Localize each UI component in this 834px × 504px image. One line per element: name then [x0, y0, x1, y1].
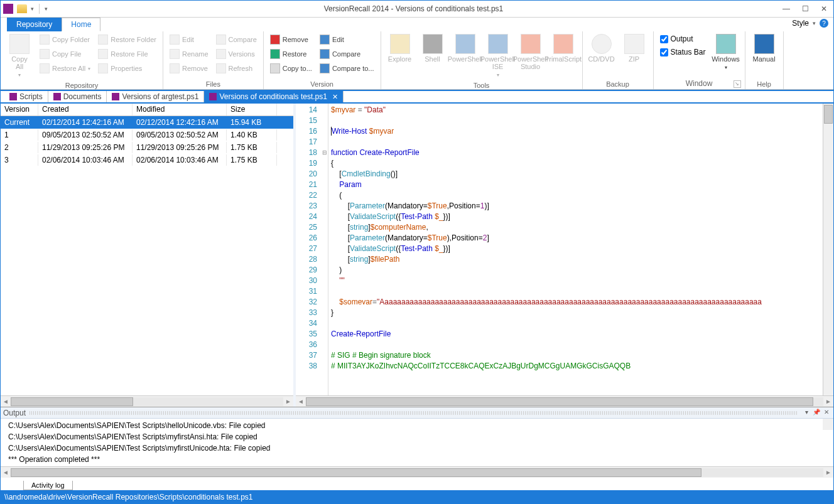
group-repository-label: Repository	[4, 80, 159, 90]
qat-dropdown-icon[interactable]: ▾	[31, 6, 34, 12]
close-tab-icon[interactable]: ✕	[332, 93, 338, 101]
col-modified[interactable]: Modified	[133, 104, 227, 115]
copy-file-button[interactable]: Copy File	[37, 47, 93, 61]
scroll-left-icon[interactable]: ◄	[1, 398, 11, 405]
group-window-label: Window	[686, 79, 713, 88]
status-path: \\andromeda\drive\VersionRecall Reposito…	[4, 493, 253, 501]
versions-pane: Version Created Modified Size Current02/…	[1, 104, 296, 407]
powershell-ise-button[interactable]: PowerShellISE▾	[483, 33, 513, 80]
doc-tab[interactable]: Scripts	[4, 91, 48, 102]
version-row[interactable]: 302/06/2014 10:03:46 AM02/06/2014 10:03:…	[1, 154, 293, 166]
group-files-label: Files	[167, 79, 259, 89]
output-line: C:\Users\Alex\Documents\SAPIEN\Test Scri…	[8, 432, 826, 444]
output-panel: Output ▾ 📌 ✕ C:\Users\Alex\Documents\SAP…	[1, 407, 833, 490]
copy-folder-button[interactable]: Copy Folder	[37, 33, 93, 46]
document-tabstrip: ScriptsDocumentsVersions of argtest.ps1V…	[1, 90, 833, 104]
code-editor[interactable]: 1415161718192021222324252627282930313233…	[296, 104, 833, 395]
doc-tab-label: Scripts	[19, 92, 43, 101]
version-edit-button[interactable]: Edit	[317, 33, 377, 46]
version-restore-button[interactable]: Restore	[268, 47, 315, 61]
output-checkbox[interactable]: Output	[658, 33, 708, 45]
files-remove-button[interactable]: Remove	[167, 62, 211, 75]
scroll-left-icon[interactable]: ◄	[1, 469, 11, 476]
window-title: VersionRecall 2014 - Versions of conditi…	[50, 4, 777, 13]
version-row[interactable]: Current02/12/2014 12:42:16 AM02/12/2014 …	[1, 116, 293, 129]
col-created[interactable]: Created	[38, 104, 133, 115]
help-icon[interactable]: ?	[820, 19, 828, 28]
doc-tab-label: Documents	[63, 92, 102, 101]
output-close-icon[interactable]: ✕	[822, 409, 831, 417]
explore-button[interactable]: Explore	[385, 33, 415, 64]
qat-customize-icon[interactable]: ▾	[45, 6, 48, 12]
version-remove-button[interactable]: Remove	[268, 33, 315, 46]
title-bar: ▾ ▾ VersionRecall 2014 - Versions of con…	[1, 1, 833, 18]
tab-home[interactable]: Home	[62, 18, 100, 31]
open-folder-icon[interactable]	[17, 4, 27, 13]
doc-tab-label: Versions of conditionals test.ps1	[219, 92, 327, 101]
editor-hscrollbar[interactable]: ◄ ►	[296, 395, 833, 407]
style-dropdown-icon[interactable]: ▾	[813, 20, 816, 26]
output-vscrollbar[interactable]	[823, 419, 833, 430]
code-area[interactable]: $myvar = "Data"Write-Host $myvarfunction…	[328, 104, 823, 395]
output-hscrollbar[interactable]: ◄ ►	[1, 466, 833, 478]
statusbar-checkbox[interactable]: Status Bar	[658, 46, 708, 58]
ribbon-tabstrip: Repository Home Style ▾ ?	[1, 18, 833, 31]
version-compare-button[interactable]: Compare	[317, 47, 377, 61]
minimize-button[interactable]: —	[777, 2, 796, 16]
col-version: Version	[1, 104, 38, 115]
copy-to-button[interactable]: Copy to...	[268, 62, 315, 75]
status-bar: \\andromeda\drive\VersionRecall Reposito…	[1, 490, 833, 503]
group-help-label: Help	[749, 79, 779, 89]
window-launcher-icon[interactable]: ↘	[734, 80, 741, 88]
scroll-right-icon[interactable]: ►	[283, 398, 293, 405]
left-hscrollbar[interactable]: ◄ ►	[1, 395, 293, 407]
files-compare-button[interactable]: Compare	[214, 33, 259, 46]
copy-all-button[interactable]: CopyAll▾	[4, 33, 35, 80]
versions-button[interactable]: Versions	[214, 47, 259, 61]
doc-icon	[9, 93, 17, 100]
restore-folder-button[interactable]: Restore Folder	[95, 33, 159, 46]
style-label[interactable]: Style	[792, 19, 809, 28]
maximize-button[interactable]: ☐	[796, 2, 815, 16]
properties-button[interactable]: Properties	[95, 62, 159, 75]
tab-repository[interactable]: Repository	[7, 18, 62, 31]
line-gutter: 1415161718192021222324252627282930313233…	[296, 104, 321, 395]
restore-file-button[interactable]: Restore File	[95, 47, 159, 61]
version-row[interactable]: 211/29/2013 09:25:26 PM11/29/2013 09:25:…	[1, 141, 293, 154]
editor-vscrollbar[interactable]	[823, 104, 833, 395]
output-pin-icon[interactable]: 📌	[812, 409, 821, 417]
versions-grid[interactable]: Current02/12/2014 12:42:16 AM02/12/2014 …	[1, 116, 293, 395]
doc-tab[interactable]: Versions of argtest.ps1	[107, 91, 204, 102]
app-icon[interactable]	[3, 4, 13, 14]
manual-button[interactable]: Manual	[749, 33, 779, 64]
refresh-button[interactable]: Refresh	[214, 62, 259, 75]
doc-icon	[53, 93, 61, 100]
powershell-studio-button[interactable]: PowerShellStudio	[516, 33, 546, 72]
scroll-right-icon[interactable]: ►	[823, 469, 833, 476]
tab-activity-log[interactable]: Activity log	[23, 481, 73, 490]
doc-tab-label: Versions of argtest.ps1	[122, 92, 198, 101]
shell-button[interactable]: Shell	[418, 33, 448, 64]
cd-dvd-button[interactable]: CD/DVD	[587, 33, 617, 64]
close-button[interactable]: ✕	[815, 2, 833, 16]
rename-button[interactable]: Rename	[167, 47, 211, 61]
files-edit-button[interactable]: Edit	[167, 33, 211, 46]
compare-to-button[interactable]: Compare to...	[317, 62, 377, 75]
output-dropdown-icon[interactable]: ▾	[802, 409, 811, 417]
group-tools-label: Tools	[385, 80, 578, 90]
restore-all-button[interactable]: Restore All▾	[37, 62, 93, 75]
output-body[interactable]: C:\Users\Alex\Documents\SAPIEN\Test Scri…	[1, 419, 833, 466]
doc-tab[interactable]: Documents	[48, 91, 107, 102]
fold-gutter[interactable]: ⊟	[321, 104, 328, 395]
zip-button[interactable]: ZIP	[619, 33, 649, 64]
powershell-button[interactable]: PowerShell	[450, 33, 480, 64]
windows-button[interactable]: Windows▾	[711, 33, 741, 73]
scroll-right-icon[interactable]: ►	[823, 398, 833, 405]
doc-icon	[112, 93, 119, 100]
primalscript-button[interactable]: PrimalScript	[548, 33, 578, 64]
col-size[interactable]: Size	[227, 104, 277, 115]
output-line: C:\Users\Alex\Documents\SAPIEN\Test Scri…	[8, 421, 826, 432]
doc-tab[interactable]: Versions of conditionals test.ps1✕	[204, 91, 343, 102]
scroll-left-icon[interactable]: ◄	[296, 398, 306, 405]
version-row[interactable]: 109/05/2013 02:50:52 AM09/05/2013 02:50:…	[1, 129, 293, 141]
